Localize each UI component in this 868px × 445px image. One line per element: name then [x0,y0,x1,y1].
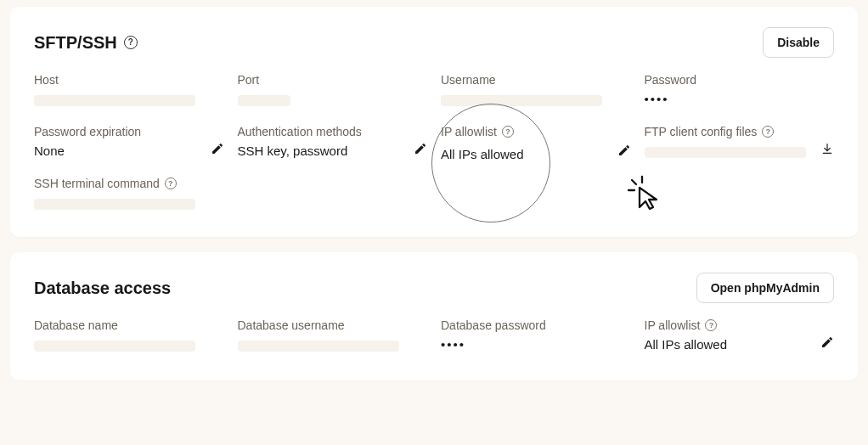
password-expiration-label: Password expiration [34,125,224,138]
ssh-terminal-command-value-placeholder [34,199,195,210]
help-icon[interactable]: ? [165,177,177,189]
ip-allowlist-field: IP allowlist ? All IPs allowed [441,125,631,161]
help-icon[interactable]: ? [762,126,774,138]
password-value: •••• [645,92,835,106]
disable-button[interactable]: Disable [763,27,834,58]
ftp-client-config-value-placeholder [645,147,806,158]
database-username-field: Database username [238,318,428,355]
port-value-placeholder [238,95,290,106]
edit-auth-methods-icon[interactable] [414,142,427,155]
ftp-client-config-label: FTP client config files [645,125,758,138]
database-name-field: Database name [34,318,224,355]
help-icon[interactable]: ? [705,319,717,331]
help-icon[interactable]: ? [124,36,138,49]
ssh-terminal-command-field: SSH terminal command ? [34,177,224,213]
database-username-value-placeholder [238,341,399,352]
edit-ip-allowlist-icon[interactable] [617,144,631,157]
auth-methods-value: SSH key, password [238,144,348,158]
edit-db-ip-allowlist-icon[interactable] [820,335,834,349]
auth-methods-label: Authentication methods [238,125,428,138]
username-label: Username [441,73,631,87]
port-label: Port [238,73,428,87]
port-field: Port [238,73,428,110]
sftp-ssh-title: SFTP/SSH [34,33,117,53]
password-label: Password [645,73,835,87]
database-password-value: •••• [441,337,631,352]
ssh-terminal-command-label: SSH terminal command [34,177,160,190]
ip-allowlist-value: All IPs allowed [441,147,524,161]
host-value-placeholder [34,95,195,106]
database-password-field: Database password •••• [441,318,631,355]
ftp-client-config-field: FTP client config files ? [645,125,835,161]
database-name-label: Database name [34,318,224,332]
password-field: Password •••• [645,73,835,110]
database-access-title: Database access [34,279,171,298]
host-field: Host [34,73,224,110]
db-ip-allowlist-label: IP allowlist [645,318,701,332]
help-icon[interactable]: ? [502,126,514,138]
username-value-placeholder [441,95,602,106]
password-expiration-value: None [34,144,65,158]
sftp-ssh-card: SFTP/SSH ? Disable Host Port Username Pa… [10,7,858,237]
edit-password-expiration-icon[interactable] [211,142,224,155]
db-ip-allowlist-field: IP allowlist ? All IPs allowed [645,318,835,355]
password-expiration-field: Password expiration None [34,125,224,161]
db-ip-allowlist-value: All IPs allowed [645,337,728,352]
download-ftp-config-icon[interactable] [820,142,834,155]
database-username-label: Database username [238,318,428,332]
database-access-card: Database access Open phpMyAdmin Database… [10,252,858,380]
ip-allowlist-label: IP allowlist [441,125,497,138]
host-label: Host [34,73,224,87]
open-phpmyadmin-button[interactable]: Open phpMyAdmin [696,273,834,303]
database-name-value-placeholder [34,341,195,352]
auth-methods-field: Authentication methods SSH key, password [238,125,428,161]
username-field: Username [441,73,631,110]
database-password-label: Database password [441,318,631,332]
